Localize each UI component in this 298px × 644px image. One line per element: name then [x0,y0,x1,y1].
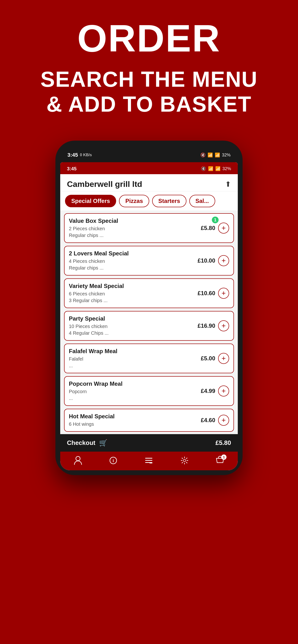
phone-wrapper: 3:45 0 KB/s 🔇 📶 📶 32% 3:45 🔇📶📶 32% [55,141,243,475]
menu-item-info: 2 Lovers Meal Special 4 Pieces chickenRe… [69,250,198,271]
checkout-bar[interactable]: Checkout 🛒 £5.80 [60,434,238,452]
add-item-button[interactable]: + [218,255,229,266]
add-item-button[interactable]: + [218,320,229,331]
tab-starters[interactable]: Starters [152,195,186,207]
svg-rect-4 [145,460,152,461]
menu-item-party: Party Special 10 Pieces chicken4 Regular… [64,311,234,341]
item-price: £4.99 [201,388,215,394]
add-item-button[interactable]: + [218,288,229,299]
item-right: £16.90 + [198,320,229,331]
menu-item-info: Variety Meal Special 6 Pieces chicken3 R… [69,283,198,304]
status-time: 3:45 0 KB/s [67,152,92,158]
bottom-nav: i [60,452,238,470]
menu-item-info: Value Box Special 2 Pieces chickenRegula… [69,218,201,238]
item-name: Falafel Wrap Meal [69,348,201,354]
item-right: £5.00 + [201,353,229,364]
item-price: £5.00 [201,355,215,362]
item-badge: 1 [212,216,219,223]
svg-point-7 [183,459,186,462]
item-desc: 2 Pieces chickenRegular chips ... [69,225,201,238]
hero-title: ORDER [77,19,221,58]
item-right: £10.00 + [198,255,229,266]
item-right: £10.60 + [198,288,229,299]
item-right: £4.99 + [201,386,229,396]
notch-pill [142,152,156,158]
phone-frame: 3:45 0 KB/s 🔇 📶 📶 32% 3:45 🔇📶📶 32% [55,141,243,475]
add-item-button[interactable]: + [218,222,229,234]
item-right: £5.80 + [201,222,229,234]
item-desc: 10 Pieces chicken4 Regular Chips ... [69,323,198,336]
svg-rect-3 [145,458,152,458]
item-desc: Falafel... [69,356,201,369]
menu-item-falafel: Falafel Wrap Meal Falafel... £5.00 + [64,344,234,373]
item-name: Popcorn Wrap Meal [69,380,201,387]
add-item-button[interactable]: + [218,415,229,426]
cart-icon: 🛒 [99,439,107,447]
svg-point-0 [76,456,80,461]
item-price: £16.90 [198,322,215,329]
menu-item-info: Party Special 10 Pieces chicken4 Regular… [69,315,198,336]
menu-item-hot-meal: Hot Meal Special 6 Hot wings £4.60 + [64,409,234,432]
item-name: Value Box Special [69,218,201,224]
tab-salads[interactable]: Sal... [189,195,215,207]
item-price: £4.60 [201,417,215,424]
item-desc: 6 Pieces chicken3 Regular chips ... [69,290,198,304]
item-price: £10.00 [198,257,215,264]
menu-item-popcorn: Popcorn Wrap Meal Popcorn... £4.99 + [64,376,234,406]
item-name: Party Special [69,315,198,322]
share-icon[interactable]: ⬆ [225,180,231,188]
menu-item-value-box: Value Box Special 2 Pieces chickenRegula… [64,213,234,243]
item-price: £10.60 [198,290,215,296]
status-icons-right: 🔇📶📶 32% [201,166,231,171]
phone-notch: 3:45 0 KB/s 🔇 📶 📶 32% [60,148,238,162]
checkout-text: Checkout [67,439,95,446]
item-desc: Popcorn... [69,388,201,402]
item-right: £4.60 + [201,415,229,426]
app-title: Camberwell grill ltd [67,180,142,189]
hero-section: ORDER SEARCH THE MENU& ADD TO BASKET [0,0,298,126]
app-header: Camberwell grill ltd ⬆ [60,174,238,192]
phone-screen: 3:45 🔇📶📶 32% Camberwell grill ltd ⬆ Spec… [60,162,238,470]
nav-info[interactable]: i [109,456,117,465]
svg-text:i: i [113,458,114,463]
item-name: Hot Meal Special [69,413,201,420]
checkout-price: £5.80 [215,439,231,446]
status-icons: 🔇 📶 📶 32% [200,152,231,158]
item-name: Variety Meal Special [69,283,198,290]
nav-menu[interactable] [145,456,153,465]
tab-pizzas[interactable]: Pizzas [119,195,149,207]
category-tabs: Special Offers Pizzas Starters Sal... [60,192,238,211]
checkout-label: Checkout 🛒 [67,439,107,447]
menu-item-variety: Variety Meal Special 6 Pieces chicken3 R… [64,278,234,308]
menu-item-info: Hot Meal Special 6 Hot wings [69,413,201,428]
tab-special-offers[interactable]: Special Offers [65,195,116,207]
hero-subtitle: SEARCH THE MENU& ADD TO BASKET [40,67,257,117]
menu-list: Value Box Special 2 Pieces chickenRegula… [60,211,238,434]
nav-basket[interactable]: 1 [216,456,224,465]
nav-profile[interactable] [74,456,82,465]
item-desc: 6 Hot wings [69,421,201,428]
nav-settings[interactable] [180,456,189,465]
item-desc: 4 Pieces chickenRegular chips ... [69,258,198,271]
menu-item-2lovers: 2 Lovers Meal Special 4 Pieces chickenRe… [64,246,234,276]
menu-item-info: Popcorn Wrap Meal Popcorn... [69,380,201,402]
basket-badge: 1 [221,454,226,460]
item-price: £5.80 [201,225,215,232]
svg-rect-6 [150,463,152,463]
add-item-button[interactable]: + [218,353,229,364]
item-name: 2 Lovers Meal Special [69,250,198,257]
menu-item-info: Falafel Wrap Meal Falafel... [69,348,201,369]
app-status-bar: 3:45 🔇📶📶 32% [60,162,238,174]
add-item-button[interactable]: + [218,386,229,396]
